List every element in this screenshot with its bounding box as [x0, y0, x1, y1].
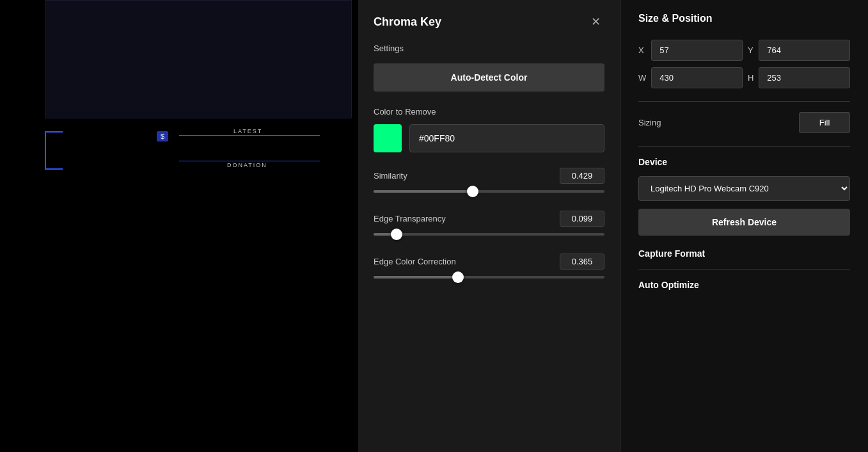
edge-transparency-thumb[interactable] [391, 229, 402, 240]
edge-color-correction-slider[interactable] [374, 276, 604, 278]
similarity-thumb[interactable] [467, 186, 478, 197]
edge-color-correction-thumb[interactable] [452, 271, 464, 283]
widget-donation-label: DONATION [227, 162, 267, 168]
settings-label: Settings [374, 44, 604, 53]
close-button[interactable]: ✕ [587, 13, 604, 31]
divider-3 [638, 269, 850, 270]
size-position-title: Size & Position [638, 13, 850, 24]
device-title: Device [638, 157, 850, 167]
similarity-row: Similarity 0.429 [374, 168, 604, 193]
sizing-value: Fill [799, 112, 850, 133]
widget-latest-label: LATEST [233, 128, 262, 134]
edge-color-correction-label: Edge Color Correction [374, 257, 456, 266]
preview-canvas [45, 0, 352, 118]
similarity-value: 0.429 [560, 168, 604, 184]
divider-2 [638, 146, 850, 147]
w-label: W [638, 73, 646, 83]
similarity-fill [374, 190, 473, 193]
h-label: H [748, 73, 754, 83]
edge-transparency-row: Edge Transparency 0.099 [374, 211, 604, 236]
edge-transparency-label: Edge Transparency [374, 214, 446, 223]
right-panel: Size & Position X Y W H Sizing Fill Devi… [620, 0, 868, 452]
edge-color-correction-value: 0.365 [560, 254, 604, 270]
device-select[interactable]: Logitech HD Pro Webcam C920 [638, 176, 850, 201]
panel-title: Chroma Key [374, 15, 441, 29]
similarity-header: Similarity 0.429 [374, 168, 604, 184]
edge-color-correction-fill [374, 276, 458, 278]
chroma-key-panel: Chroma Key ✕ Settings Auto-Detect Color … [358, 0, 620, 452]
color-hex-input[interactable] [409, 124, 604, 152]
divider-1 [638, 101, 850, 102]
color-row [374, 124, 604, 152]
widget-line-bottom [179, 161, 320, 161]
y-input[interactable] [759, 40, 850, 61]
left-panel: $ LATEST DONATION [0, 0, 358, 452]
widget-dollar: $ [157, 131, 168, 141]
capture-format-title: Capture Format [638, 248, 850, 259]
edge-color-correction-header: Edge Color Correction 0.365 [374, 254, 604, 270]
sizing-row: Sizing Fill [638, 112, 850, 133]
edge-transparency-slider[interactable] [374, 233, 604, 236]
w-input[interactable] [651, 67, 743, 88]
edge-color-correction-row: Edge Color Correction 0.365 [374, 254, 604, 278]
edge-transparency-header: Edge Transparency 0.099 [374, 211, 604, 227]
widget-line-top [179, 135, 320, 136]
sizing-label: Sizing [638, 118, 661, 127]
panel-header: Chroma Key ✕ [374, 13, 604, 31]
edge-transparency-value: 0.099 [560, 211, 604, 227]
h-input[interactable] [759, 67, 850, 88]
position-grid: X Y W H [638, 40, 850, 88]
auto-optimize-title: Auto Optimize [638, 280, 850, 290]
x-label: X [638, 45, 646, 55]
similarity-slider[interactable] [374, 190, 604, 193]
color-swatch[interactable] [374, 124, 402, 152]
overlay-widget: $ LATEST DONATION [38, 125, 345, 195]
auto-detect-button[interactable]: Auto-Detect Color [374, 63, 604, 92]
color-to-remove-label: Color to Remove [374, 107, 604, 117]
y-label: Y [748, 45, 754, 55]
similarity-label: Similarity [374, 171, 407, 181]
x-input[interactable] [651, 40, 743, 61]
refresh-device-button[interactable]: Refresh Device [638, 209, 850, 236]
widget-bracket [45, 131, 63, 170]
